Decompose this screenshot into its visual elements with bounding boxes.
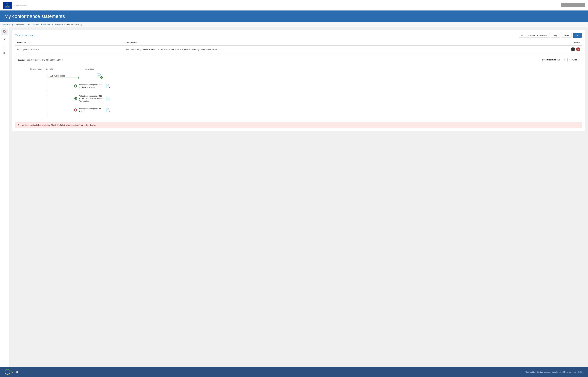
arrow-line xyxy=(47,78,79,78)
gear-icon-step1: ⚙ xyxy=(74,83,77,89)
svg-point-6 xyxy=(6,4,6,4)
col-description: Description xyxy=(124,40,528,46)
main-layout: 🏠 ⚙ ☰ ⊞ » Test execution Go to conforman… xyxy=(0,27,588,367)
logo-area: European Commission xyxy=(3,1,27,9)
svg-point-2 xyxy=(7,3,8,4)
svg-point-10 xyxy=(7,3,7,4)
step-2: ⚙ Validate invoice against BII2 CORE res… xyxy=(74,95,110,102)
gitb-logo-svg xyxy=(4,369,11,375)
breadcrumb-conformance[interactable]: Conformance statements xyxy=(41,23,63,25)
upload-arrow-label: UBL invoice upload xyxy=(50,75,65,77)
sidebar-item-settings[interactable]: ⚙ xyxy=(1,35,8,42)
step-1-label: Validate invoice against UBL 2.1 Invoice… xyxy=(79,83,103,89)
breadcrumb-current: Electronic invoicing xyxy=(66,23,82,25)
breadcrumb-system[interactable]: Demo system xyxy=(27,23,39,25)
footer-contact-support[interactable]: Contact support xyxy=(537,371,551,373)
upload-success-icon: 📄 ✓ xyxy=(96,73,101,78)
gitb-text: GITB xyxy=(12,370,18,374)
card-actions: Go to conformance statement Stop Reset S… xyxy=(519,33,582,38)
view-log-button[interactable]: View log xyxy=(567,58,579,62)
user-menu-placeholder[interactable] xyxy=(561,3,585,7)
list-icon: ☰ xyxy=(3,44,6,48)
footer-legal-notice[interactable]: Legal notice xyxy=(552,371,563,373)
lane-te-label: Test Engine xyxy=(84,68,94,70)
sidebar-item-reports[interactable]: ⊞ xyxy=(1,50,8,57)
session-row: Session a6b793e2-d94c-4f7e-90f6-e1535e14… xyxy=(15,56,582,64)
fail-badge-step3: ✕ xyxy=(109,110,111,112)
upload-arrow-row: UBL invoice upload 📄 ✓ xyxy=(47,75,80,81)
check-badge-upload: ✓ xyxy=(100,76,103,79)
breadcrumb-home[interactable]: Home xyxy=(3,23,8,25)
sidebar-item-list[interactable]: ☰ xyxy=(1,43,8,49)
col-status: Status xyxy=(528,40,582,46)
svg-point-1 xyxy=(7,5,8,5)
export-pdf-dropdown-button[interactable]: ▾ xyxy=(563,58,566,62)
step-2-label: Validate invoice against BII2 CORE restr… xyxy=(79,95,103,102)
footer-version: 1.21.1 xyxy=(578,371,584,373)
footer-user-guide[interactable]: User guide xyxy=(525,371,535,373)
gear-icon-step2: ⚙ xyxy=(74,96,77,101)
content-area: Test execution Go to conformance stateme… xyxy=(9,27,588,367)
sidebar: 🏠 ⚙ ☰ ⊞ » xyxy=(0,27,9,367)
step-3-status: 📄 ✕ xyxy=(106,108,110,112)
eu-logo xyxy=(3,1,12,9)
session-label: Session xyxy=(18,59,25,61)
ok-badge-step2: ✔ xyxy=(109,98,111,101)
sidebar-item-home[interactable]: 🏠 xyxy=(1,28,8,35)
home-icon: 🏠 xyxy=(3,30,6,33)
svg-rect-14 xyxy=(5,6,10,8)
info-button[interactable]: i xyxy=(571,47,575,51)
footer: GITB User guide | Contact support | Lega… xyxy=(0,367,588,377)
page-header: My conformance statements xyxy=(0,11,588,22)
reports-icon: ⊞ xyxy=(3,52,6,55)
test-case-status-cell: i ✕ xyxy=(530,47,580,51)
error-status-icon[interactable]: ✕ xyxy=(576,47,580,51)
session-actions: Export report as PDF ▾ View log xyxy=(540,58,579,62)
test-case-name: TC1: Upload valid invoice xyxy=(15,46,124,53)
top-bar: European Commission xyxy=(0,0,588,11)
breadcrumb: Home › My organisation › Demo system › C… xyxy=(0,22,588,27)
svg-point-11 xyxy=(8,3,8,4)
gitb-logo: GITB xyxy=(4,369,18,375)
reset-button[interactable]: Reset xyxy=(561,33,572,38)
sequence-diagram: Invoice Provider - Operator Test Engine xyxy=(15,66,582,119)
main-card: Test execution Go to conformance stateme… xyxy=(12,30,585,131)
step-3: ⚙ Validate invoice against BII RULES 📄 ✕ xyxy=(74,107,110,113)
test-table: Test case Description Status TC1: Upload… xyxy=(15,40,582,53)
settings-icon: ⚙ xyxy=(3,37,6,40)
svg-point-5 xyxy=(9,5,9,5)
col-test-case: Test case xyxy=(15,40,124,46)
arrow-head xyxy=(78,77,80,79)
lane-ip-label: Invoice Provider - Operator xyxy=(30,68,54,70)
footer-links: User guide | Contact support | Legal not… xyxy=(525,371,584,373)
step-3-label: Validate invoice against BII RULES xyxy=(79,107,103,113)
alert-text: The provided invoice failed validation. … xyxy=(18,124,96,126)
step-2-status: 📄 ✔ xyxy=(106,97,110,101)
expand-icon: » xyxy=(4,360,5,363)
sidebar-expand-button[interactable]: » xyxy=(1,359,8,364)
export-pdf-main-button[interactable]: Export report as PDF xyxy=(540,58,563,62)
step-1-status: 📄 ✔ xyxy=(106,84,110,88)
svg-point-7 xyxy=(8,4,9,4)
export-pdf-btn[interactable]: Export report as PDF ▾ xyxy=(540,58,566,62)
table-row: TC1: Upload valid invoice Test case to v… xyxy=(15,46,582,53)
session-id: a6b793e2-d94c-4f7e-90f6-e1535e14f003 xyxy=(27,59,63,61)
start-button[interactable]: Start xyxy=(573,33,582,38)
session-info: Session a6b793e2-d94c-4f7e-90f6-e1535e14… xyxy=(18,59,63,61)
validation-alert: The provided invoice failed validation. … xyxy=(15,122,582,128)
stop-button[interactable]: Stop xyxy=(551,33,560,38)
svg-point-4 xyxy=(6,5,6,5)
step-1: ⚙ Validate invoice against UBL 2.1 Invoi… xyxy=(74,83,110,89)
page-title: My conformance statements xyxy=(4,13,584,19)
commission-text: European Commission xyxy=(13,4,27,6)
card-title: Test execution xyxy=(15,34,34,37)
test-case-description: Test case to verify the correctness of a… xyxy=(124,46,528,53)
card-header: Test execution Go to conformance stateme… xyxy=(15,33,582,38)
breadcrumb-org[interactable]: My organisation xyxy=(11,23,24,25)
ok-badge-step1: ✔ xyxy=(109,86,111,88)
diagram-headers: Invoice Provider - Operator Test Engine xyxy=(30,68,582,70)
gear-icon-step3: ⚙ xyxy=(74,107,77,113)
go-to-conformance-button[interactable]: Go to conformance statement xyxy=(519,33,550,38)
footer-find-out-more[interactable]: Find out more xyxy=(564,371,576,373)
